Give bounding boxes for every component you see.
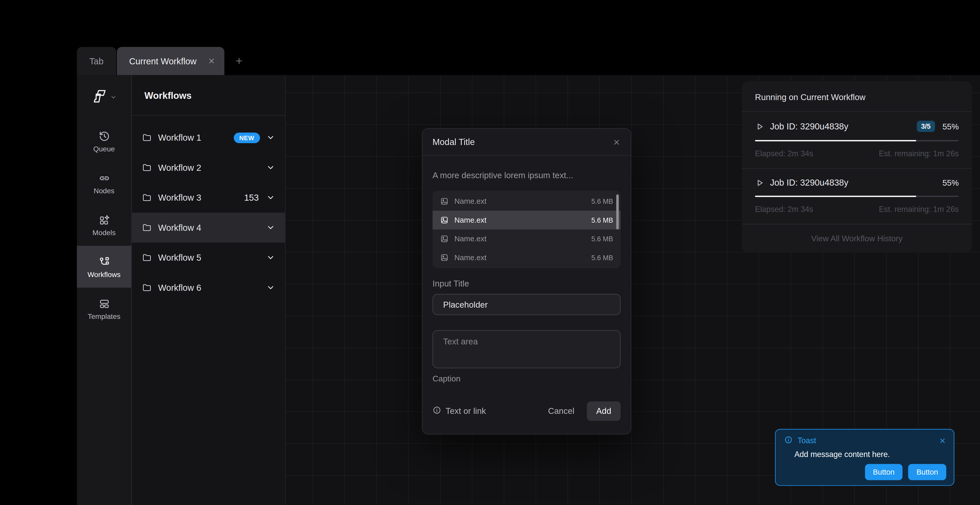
workflow-list-item[interactable]: Workflow 3 153	[132, 183, 285, 213]
toast-button[interactable]: Button	[908, 464, 946, 480]
modal-dialog: Modal Title A more descriptive lorem ips…	[422, 128, 631, 435]
workflow-list-item-selected[interactable]: Workflow 4	[132, 213, 285, 243]
workflows-panel: Workflows Workflow 1 NEW Workflow 2 Work…	[131, 75, 286, 505]
app-window: Tab Current Workflow	[0, 0, 980, 505]
job-remaining: Est. remaining: 1m 26s	[879, 205, 959, 214]
caption-text: Caption	[433, 374, 620, 383]
nodes-link-icon	[98, 172, 110, 184]
workflows-icon	[98, 255, 110, 268]
app-logo-menu[interactable]	[77, 75, 131, 120]
workflow-list-item[interactable]: Workflow 2	[132, 153, 285, 183]
file-size: 5.6 MB	[591, 216, 613, 224]
plus-icon[interactable]	[224, 47, 253, 75]
job-meta: Elapsed: 2m 34s Est. remaining: 1m 26s	[755, 149, 959, 158]
modal-title: Modal Title	[433, 137, 475, 147]
sidebar-item-label: Workflows	[88, 270, 121, 278]
scrollbar-thumb[interactable]	[616, 194, 619, 229]
chevron-down-icon[interactable]	[266, 283, 275, 292]
progress-fill	[755, 140, 916, 142]
file-list: Name.ext 5.6 MB Name.ext 5.6 MB Name.ext…	[433, 191, 620, 268]
view-all-history-link[interactable]: View All Workflow History	[811, 234, 903, 243]
job-item: Job ID: 3290u4838y 55% Elapsed: 2m 34s E…	[742, 169, 972, 225]
chevron-down-icon[interactable]	[266, 223, 275, 232]
close-icon[interactable]	[612, 138, 620, 146]
toast-header: Toast	[776, 429, 954, 446]
sidebar-item-templates[interactable]: Templates	[77, 288, 131, 330]
toast-message: Add message content here.	[776, 446, 954, 459]
modal-description: A more descriptive lorem ipsum text...	[433, 171, 620, 180]
title-input[interactable]: Placeholder	[433, 294, 620, 315]
chevron-down-icon[interactable]	[266, 253, 275, 262]
sidebar-item-models[interactable]: Models	[77, 204, 131, 245]
play-icon[interactable]	[755, 121, 764, 131]
sidebar-item-label: Queue	[93, 145, 115, 152]
job-row: Job ID: 3290u4838y 3/5 55%	[755, 121, 959, 132]
chevron-down-icon[interactable]	[266, 193, 275, 202]
footer-hint-label: Text or link	[445, 406, 486, 416]
sidebar-item-label: Templates	[88, 312, 121, 320]
workflow-label: Workflow 1	[158, 132, 228, 142]
file-name: Name.ext	[454, 197, 586, 206]
info-icon	[433, 406, 441, 416]
toast-button[interactable]: Button	[865, 464, 903, 480]
workflow-list-item[interactable]: Workflow 1 NEW	[132, 123, 285, 153]
job-percent: 55%	[942, 121, 959, 131]
workflow-list-item[interactable]: Workflow 6	[132, 272, 285, 303]
input-value: Placeholder	[443, 300, 488, 309]
workflow-label: Workflow 5	[158, 253, 260, 263]
chevron-down-icon[interactable]	[266, 133, 275, 142]
file-name: Name.ext	[454, 234, 586, 243]
image-file-icon	[440, 197, 449, 206]
chevron-down-icon[interactable]	[266, 163, 275, 172]
sidebar-rail: Queue Nodes Models Workflows Templates	[77, 75, 131, 505]
tab-label: Tab	[89, 56, 103, 66]
workflow-list-item[interactable]: Workflow 5	[132, 242, 285, 272]
tab-label: Current Workflow	[129, 56, 197, 66]
folder-icon	[142, 283, 152, 293]
job-meta: Elapsed: 2m 34s Est. remaining: 1m 26s	[755, 205, 959, 214]
close-icon[interactable]	[208, 57, 216, 65]
image-file-icon	[440, 253, 449, 262]
job-elapsed: Elapsed: 2m 34s	[755, 205, 813, 214]
job-percent: 55%	[942, 178, 959, 187]
play-icon[interactable]	[755, 178, 764, 187]
tab-generic[interactable]: Tab	[77, 47, 116, 75]
job-id-label: Job ID: 3290u4838y	[770, 121, 911, 131]
image-file-icon	[440, 234, 449, 243]
sidebar-item-queue[interactable]: Queue	[77, 120, 131, 162]
tab-current-workflow[interactable]: Current Workflow	[117, 47, 224, 75]
job-remaining: Est. remaining: 1m 26s	[879, 149, 959, 158]
job-id-label: Job ID: 3290u4838y	[770, 178, 935, 188]
modal-header: Modal Title	[423, 129, 631, 156]
file-row[interactable]: Name.ext 5.6 MB	[433, 229, 620, 248]
modal-body: A more descriptive lorem ipsum text... N…	[423, 156, 631, 431]
file-name: Name.ext	[454, 253, 586, 262]
footer-hint[interactable]: Text or link	[433, 406, 547, 416]
workflow-label: Workflow 3	[158, 193, 238, 202]
image-file-icon	[440, 216, 449, 225]
sidebar-item-label: Models	[92, 228, 116, 236]
close-icon[interactable]	[939, 437, 946, 444]
workflow-label: Workflow 4	[158, 223, 260, 233]
sidebar-item-workflows[interactable]: Workflows	[77, 245, 131, 287]
cancel-button[interactable]: Cancel	[547, 403, 576, 419]
models-icon	[98, 213, 110, 226]
workflow-count: 153	[244, 193, 259, 202]
folder-icon	[142, 223, 152, 233]
queue-history-icon	[98, 130, 110, 142]
file-row[interactable]: Name.ext 5.6 MB	[433, 248, 620, 267]
folder-icon	[142, 132, 152, 142]
sidebar-item-nodes[interactable]: Nodes	[77, 162, 131, 204]
textarea-input[interactable]: Text area	[433, 330, 620, 368]
running-status-panel: Running on Current Workflow Job ID: 3290…	[742, 81, 972, 253]
folder-icon	[142, 193, 152, 202]
textarea-placeholder: Text area	[443, 337, 478, 346]
add-button[interactable]: Add	[587, 401, 620, 421]
file-size: 5.6 MB	[591, 198, 613, 205]
tab-bar: Tab Current Workflow	[77, 47, 253, 75]
toast-title: Toast	[797, 436, 934, 445]
file-row[interactable]: Name.ext 5.6 MB	[433, 192, 620, 210]
comfy-logo-icon	[91, 88, 108, 107]
job-elapsed: Elapsed: 2m 34s	[755, 149, 813, 158]
file-row-selected[interactable]: Name.ext 5.6 MB	[433, 210, 620, 229]
